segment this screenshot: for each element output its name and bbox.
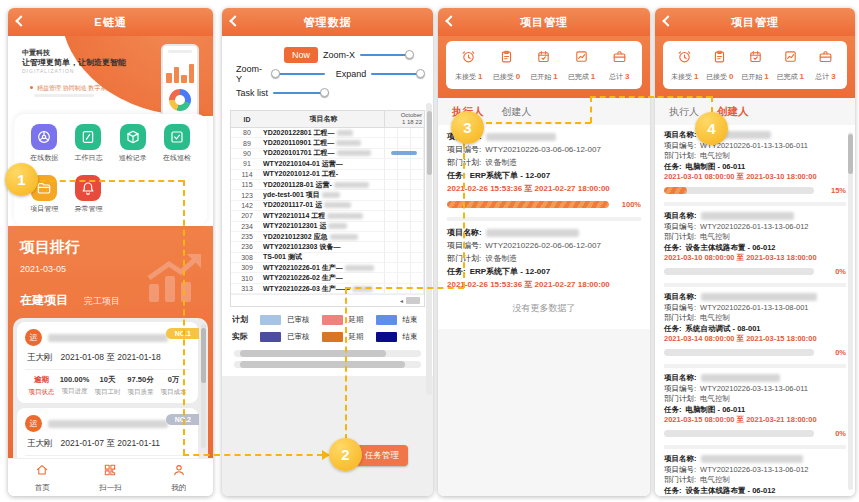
app-item-在线数据[interactable]: 在线数据 bbox=[22, 124, 66, 163]
row-project-name: WTY20210104-01 运营— bbox=[263, 159, 384, 169]
step-marker-2: 2 bbox=[329, 438, 362, 471]
gantt-row[interactable]: 89YD2020110901 工程— bbox=[231, 138, 424, 148]
back-icon[interactable] bbox=[662, 15, 673, 26]
gantt-row[interactable]: 114WTY20201012-01 工程- bbox=[231, 170, 424, 180]
field-task: 任务:设备主体线路布置 - 06-012 bbox=[664, 486, 846, 497]
gantt-row[interactable]: 310WTY20210226-02 生产— bbox=[231, 273, 424, 283]
user-icon bbox=[172, 463, 186, 481]
gantt-row[interactable]: 142YD20201117-01 运 bbox=[231, 201, 424, 211]
row-timeline-cell bbox=[384, 273, 424, 282]
step-marker-3: 3 bbox=[451, 111, 484, 144]
tab-executor[interactable]: 执行人 bbox=[669, 105, 699, 119]
ranking-scrollbar[interactable] bbox=[201, 324, 206, 448]
project-detail-card[interactable]: 项目名称:项目编号:WTY20210226-03-13-13-06-011部门计… bbox=[664, 368, 846, 449]
tabbar-item-home[interactable]: 首页 bbox=[8, 459, 76, 496]
gantt-row[interactable]: 309WTY20210226-01 生产— bbox=[231, 263, 424, 273]
stat-value: 0万 bbox=[157, 375, 190, 385]
now-button[interactable]: Now bbox=[284, 47, 318, 63]
back-icon[interactable] bbox=[229, 15, 240, 26]
field-dept: 部门计划:设备制造 bbox=[447, 252, 641, 265]
clipboard-icon bbox=[712, 49, 727, 68]
zoom-x-slider[interactable] bbox=[360, 54, 412, 56]
gantt-row[interactable]: 115YD20201128-01 运营- bbox=[231, 180, 424, 190]
empty-gray-area bbox=[222, 376, 433, 496]
gantt-row[interactable]: 80YD2020122801 工程— bbox=[231, 128, 424, 138]
vertical-scrollbar[interactable] bbox=[426, 103, 432, 395]
stat-text: 未接受1 bbox=[671, 72, 698, 82]
field-label: 项目名称: bbox=[664, 454, 697, 465]
vertical-scrollbar[interactable] bbox=[848, 132, 853, 490]
tab-creator[interactable]: 创建人 bbox=[502, 105, 532, 119]
row-id: 90 bbox=[231, 150, 263, 157]
stats-banner: 未接受1已接受0已开始1已完成1总计3 bbox=[655, 36, 855, 98]
gantt-inner-hscroll[interactable]: ◂ bbox=[231, 294, 424, 306]
ranking-project-card[interactable]: 运NO.2王大刚2021-01-07 至 2021-01-11逾期项目状态100… bbox=[17, 408, 198, 458]
stat-label: 项目进度 bbox=[58, 387, 91, 396]
dept-plan: 电气控制 bbox=[700, 313, 730, 324]
dept-plan: 电气控制 bbox=[700, 151, 730, 162]
blurred-project-name bbox=[48, 334, 168, 342]
gantt-bar bbox=[391, 151, 417, 155]
progress-bar bbox=[664, 187, 814, 194]
stat-text: 已完成1 bbox=[568, 72, 595, 82]
app-item-在线巡检[interactable]: 在线巡检 bbox=[155, 124, 199, 163]
stats-card: 未接受1已接受0已开始1已完成1总计3 bbox=[663, 41, 847, 89]
task-date-range: 2021-03-10 08:00:00 至 2021-03-13 18:00:0… bbox=[664, 253, 846, 264]
chart-icon bbox=[574, 49, 589, 68]
project-detail-card[interactable]: 项目名称:项目编号:WTY20210226-01-13-13-08-001部门计… bbox=[664, 287, 846, 368]
row-timeline-cell bbox=[384, 180, 424, 189]
row-project-name: YD2021012302 应急 bbox=[263, 232, 384, 242]
hscrollbar-2[interactable] bbox=[234, 361, 421, 368]
gantt-row[interactable]: 235YD2021012302 应急 bbox=[231, 232, 424, 242]
task-management-button[interactable]: 任务管理 bbox=[356, 445, 408, 466]
project-detail-card[interactable]: 项目名称:项目编号:WTY20210226-01-13-13-06-012部门计… bbox=[664, 206, 846, 287]
dept-plan: 电气控制 bbox=[700, 394, 730, 405]
progress-bar bbox=[664, 430, 814, 437]
project-detail-card[interactable]: 项目名称:项目编号:WTY20210226-02-06-06-12-007部门计… bbox=[447, 221, 641, 292]
field-name: 项目名称: bbox=[664, 292, 846, 303]
field-code: 项目编号:WTY20210226-01-13-13-08-001 bbox=[664, 303, 846, 314]
app-item-工作日志[interactable]: 工作日志 bbox=[66, 124, 110, 163]
row-id: 142 bbox=[231, 202, 263, 209]
gantt-row[interactable]: 308TS-001 测试 bbox=[231, 253, 424, 263]
gantt-row[interactable]: 313WTY20210226-03 生产—— bbox=[231, 284, 424, 294]
tab-in-progress[interactable]: 在建项目 bbox=[20, 292, 68, 309]
stat-col: 100.00%项目进度 bbox=[58, 375, 91, 397]
back-icon[interactable] bbox=[445, 15, 456, 26]
gantt-row[interactable]: 236WTY2021012303 设备— bbox=[231, 242, 424, 252]
gantt-row[interactable]: 91WTY20210104-01 运营— bbox=[231, 159, 424, 169]
field-label: 项目名称: bbox=[664, 292, 697, 303]
field-name: 项目名称: bbox=[664, 373, 846, 384]
task-name: 设备主体线路布置 - 06-012 bbox=[686, 486, 776, 497]
trend-chart-icon bbox=[143, 252, 205, 304]
stat-value: 10天 bbox=[91, 375, 124, 385]
zoom-y-slider[interactable] bbox=[273, 73, 325, 75]
task-list-slider[interactable] bbox=[273, 92, 329, 94]
flow-line-8 bbox=[590, 96, 592, 123]
stat-item-已完成: 已完成1 bbox=[563, 49, 601, 82]
gantt-row[interactable]: 207WTY20210114 工程 bbox=[231, 211, 424, 221]
gantt-row[interactable]: 234WTY2021012301 运 bbox=[231, 222, 424, 232]
stat-item-已完成: 已完成1 bbox=[773, 49, 808, 82]
gantt-row[interactable]: 123yde-test-001 项目 bbox=[231, 190, 424, 200]
hscrollbar-1[interactable] bbox=[234, 350, 421, 357]
legend-label: 结束 bbox=[403, 332, 418, 342]
field-task: 任务:电脑制图 - 06-011 bbox=[664, 405, 846, 416]
tabbar-item-user[interactable]: 我的 bbox=[145, 459, 213, 496]
tabbar-item-scan[interactable]: 扫一扫 bbox=[76, 459, 144, 496]
app-item-巡检记录[interactable]: 巡检记录 bbox=[111, 124, 155, 163]
row-project-name: YD2020101701 工程— bbox=[263, 148, 384, 158]
dept-plan: 电气控制 bbox=[700, 232, 730, 243]
flow-line-3 bbox=[183, 454, 323, 456]
ranking-project-card[interactable]: 运NO.1王大刚2021-01-08 至 2021-01-18逾期项目状态100… bbox=[17, 322, 198, 403]
tab-completed[interactable]: 完工项目 bbox=[84, 295, 120, 308]
gantt-row[interactable]: 90YD2020101701 工程— bbox=[231, 149, 424, 159]
expand-slider[interactable] bbox=[371, 73, 423, 75]
row-id: 91 bbox=[231, 160, 263, 167]
project-detail-card[interactable]: 项目名称:项目编号:WTY20210226-01-13-13-06-011部门计… bbox=[664, 125, 846, 206]
back-icon[interactable] bbox=[15, 15, 26, 26]
field-dept: 部门计划:电气控制 bbox=[664, 313, 846, 324]
project-detail-card[interactable]: 项目名称:项目编号:WTY20210226-03-13-13-06-012部门计… bbox=[664, 449, 846, 496]
field-dept: 部门计划:电气控制 bbox=[664, 394, 846, 405]
task-date-range: 2021-02-26 15:53:36 至 2021-02-27 18:00:0… bbox=[447, 182, 641, 195]
